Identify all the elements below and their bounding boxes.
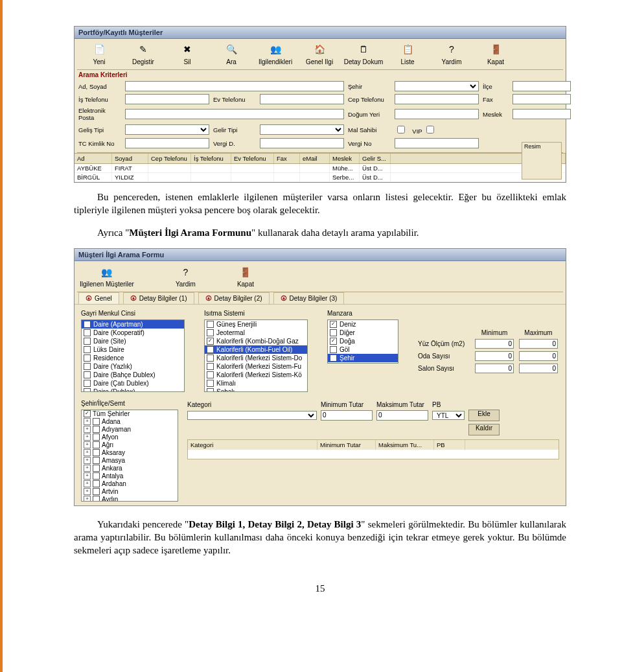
gayri-menkul-list[interactable]: ✓Daire (Apartman)Daire (Kooperatif)Daire… — [81, 319, 185, 392]
vergi-no-input[interactable] — [395, 138, 479, 148]
city-item[interactable]: +Ağrı — [82, 441, 178, 449]
toolbar-btn-sil[interactable]: ✖Sil — [165, 41, 209, 65]
min-tutar-input[interactable] — [321, 410, 373, 421]
tab-1[interactable]: ⦿Detay Bilgiler (1) — [123, 292, 194, 304]
list-item[interactable]: Kaloriferli (Merkezi Sistem-Do — [205, 354, 307, 362]
col-Meslek[interactable]: Meslek — [330, 154, 360, 163]
toolbar-btn-genel ilgi[interactable]: 🏠Genel Ilgi — [297, 41, 341, 65]
expand-icon[interactable]: + — [84, 472, 91, 480]
list-item[interactable]: ✓Doğa — [328, 337, 398, 345]
ad-soyad-input[interactable] — [125, 81, 344, 91]
gelis-select[interactable] — [125, 124, 209, 135]
expand-icon[interactable]: + — [84, 457, 91, 464]
city-item[interactable]: +Amasya — [82, 457, 178, 465]
sehir-select[interactable] — [395, 81, 479, 91]
city-item[interactable]: +Aksaray — [82, 449, 178, 457]
meslek-input[interactable] — [513, 109, 571, 119]
ev-tel-input[interactable] — [260, 94, 344, 104]
cep-tel-input[interactable] — [395, 94, 479, 104]
list-item[interactable]: Daire (Kooperatif) — [82, 329, 184, 337]
kg-col[interactable]: PB — [434, 440, 465, 450]
table-row[interactable]: BİRGÜLYILDIZSerbe...Üst D... — [75, 173, 566, 182]
list-item[interactable]: Jeotermal — [205, 329, 307, 337]
toolbar-btn-ilgilendikleri[interactable]: 👥Ilgilendikleri — [253, 41, 297, 65]
list-item[interactable]: Kaloriferli (Merkezi Sistem-Fu — [205, 362, 307, 371]
expand-icon[interactable]: + — [84, 434, 91, 441]
col-Ad[interactable]: Ad — [75, 154, 112, 163]
gelir-select[interactable] — [260, 124, 344, 135]
city-item[interactable]: +Aydın — [82, 496, 178, 502]
isitma-list[interactable]: Güneş EnerjiliJeotermal✓Kaloriferli (Kom… — [204, 319, 308, 392]
ekle-button[interactable]: Ekle — [468, 410, 500, 421]
list-item[interactable]: Göl — [328, 345, 398, 354]
expand-icon[interactable]: + — [84, 496, 91, 502]
toolbar2-btn-0[interactable]: 👥Ilgilenen Müşteriler — [80, 265, 134, 288]
list-item[interactable]: Residence — [82, 354, 184, 362]
list-item[interactable]: Lüks Daire — [82, 345, 184, 354]
col-İş Telefonu[interactable]: İş Telefonu — [191, 154, 231, 163]
expand-icon[interactable]: + — [84, 426, 91, 433]
list-item[interactable]: Daire (Site) — [82, 337, 184, 345]
list-item[interactable]: ✓Deniz — [328, 320, 398, 329]
city-item[interactable]: +Artvin — [82, 488, 178, 496]
list-item[interactable]: Güneş Enerjili — [205, 320, 307, 329]
expand-icon[interactable]: + — [84, 449, 91, 456]
toolbar-btn-yardim[interactable]: ?Yardim — [430, 41, 474, 65]
expand-icon[interactable]: + — [84, 480, 91, 487]
expand-icon[interactable]: + — [84, 418, 91, 425]
list-item[interactable]: Daire (Dublex) — [82, 388, 184, 392]
list-item[interactable]: ✓Daire (Apartman) — [82, 320, 184, 329]
toolbar2-btn-2[interactable]: 🚪Kapat — [237, 265, 254, 288]
col-Gelir S...[interactable]: Gelir S... — [360, 154, 391, 163]
list-item[interactable]: Daire (Bahçe Dublex) — [82, 371, 184, 379]
toolbar-btn-kapat[interactable]: 🚪Kapat — [474, 41, 518, 65]
kg-col[interactable]: Kategori — [188, 440, 317, 450]
list-item[interactable]: Sobalı — [205, 388, 307, 392]
max-input[interactable] — [519, 339, 558, 349]
list-item[interactable]: ✓Kaloriferli (Kombi-Fuel Oil) — [205, 345, 307, 354]
kaldir-button[interactable]: Kaldır — [468, 424, 500, 435]
pb-select[interactable]: YTL — [432, 411, 465, 420]
dogum-input[interactable] — [395, 109, 479, 119]
tab-0[interactable]: ⦿Genel — [78, 292, 119, 304]
city-item[interactable]: ✓Tüm Şehirler — [82, 410, 178, 418]
kg-col[interactable]: Minimum Tutar — [317, 440, 376, 450]
fax-input[interactable] — [513, 94, 571, 104]
vip-check[interactable] — [426, 126, 434, 133]
max-input[interactable] — [519, 364, 558, 373]
city-tree[interactable]: ✓Tüm Şehirler+Adana+Adıyaman+Afyon+Ağrı+… — [81, 410, 178, 502]
list-item[interactable]: Daire (Çatı Dublex) — [82, 379, 184, 388]
min-input[interactable] — [475, 364, 514, 373]
col-eMail[interactable]: eMail — [300, 154, 330, 163]
list-item[interactable]: Klimalı — [205, 379, 307, 388]
manzara-list[interactable]: ✓DenizDiğer✓DoğaGölŞehir — [327, 319, 398, 364]
toolbar-btn-liste[interactable]: 📋Liste — [386, 41, 430, 65]
max-input[interactable] — [519, 351, 558, 361]
ilce-input[interactable] — [513, 81, 571, 91]
min-input[interactable] — [475, 351, 514, 361]
kategori-select[interactable] — [187, 411, 317, 420]
list-item[interactable]: Kaloriferli (Merkezi Sistem-Kö — [205, 371, 307, 379]
col-Fax[interactable]: Fax — [274, 154, 300, 163]
list-item[interactable]: Şehir — [328, 354, 398, 362]
min-input[interactable] — [475, 339, 514, 349]
expand-icon[interactable]: + — [84, 465, 91, 472]
is-tel-input[interactable] — [125, 94, 209, 104]
city-item[interactable]: +Adana — [82, 418, 178, 426]
list-item[interactable]: Diğer — [328, 329, 398, 337]
tc-input[interactable] — [125, 138, 209, 148]
kg-col[interactable]: Maksimum Tu... — [376, 440, 434, 450]
toolbar-btn-yeni[interactable]: 📄Yeni — [77, 41, 121, 65]
expand-icon[interactable]: + — [84, 441, 91, 448]
expand-icon[interactable]: + — [84, 488, 91, 495]
toolbar2-btn-1[interactable]: ?Yardim — [176, 265, 196, 288]
col-Ev Telefonu[interactable]: Ev Telefonu — [231, 154, 274, 163]
city-item[interactable]: +Ankara — [82, 465, 178, 472]
vergi-d-input[interactable] — [260, 138, 344, 148]
eposta-input[interactable] — [125, 109, 344, 119]
tab-3[interactable]: ⦿Detay Bilgiler (3) — [273, 292, 345, 304]
tab-2[interactable]: ⦿Detay Bilgiler (2) — [198, 292, 270, 304]
mal-sahibi-check[interactable] — [397, 126, 405, 133]
toolbar-btn-ara[interactable]: 🔍Ara — [209, 41, 253, 65]
city-item[interactable]: +Adıyaman — [82, 426, 178, 434]
